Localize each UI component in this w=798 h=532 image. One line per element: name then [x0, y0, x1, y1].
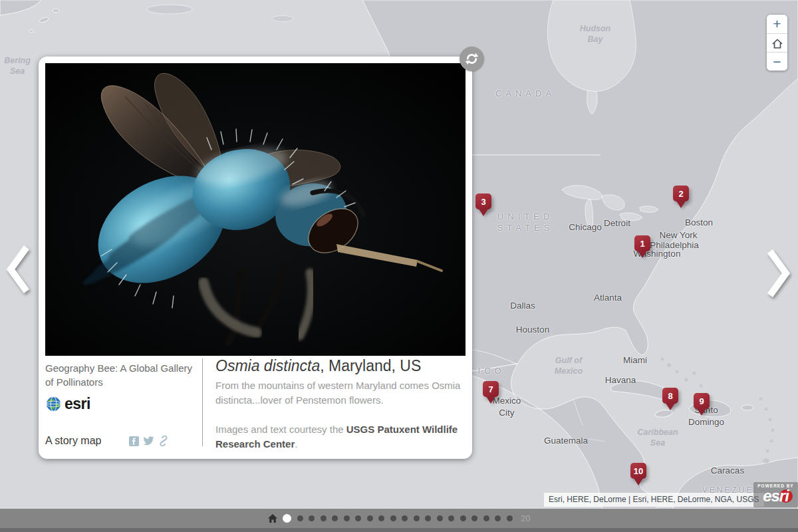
- map-marker-9[interactable]: 9: [694, 393, 710, 416]
- esri-globe-icon: [45, 396, 62, 412]
- pagination-dot-14[interactable]: [437, 515, 443, 521]
- pagination-dot-8[interactable]: [367, 515, 373, 521]
- home-icon: [771, 37, 784, 51]
- pagination-dot-5[interactable]: [332, 515, 338, 521]
- map-marker-tip: [697, 408, 706, 416]
- pagination-dot-11[interactable]: [402, 515, 408, 521]
- pagination-dot-6[interactable]: [344, 515, 350, 521]
- map-marker-8[interactable]: 8: [662, 388, 678, 410]
- esri-wordmark: esri: [65, 395, 90, 413]
- story-title[interactable]: Geography Bee: A Global Gallery of Polli…: [45, 361, 193, 389]
- map-marker-tip: [634, 478, 643, 485]
- pagination-dot-20[interactable]: [507, 515, 513, 521]
- pagination-dot-13[interactable]: [425, 515, 431, 521]
- pagination-home-button[interactable]: [268, 514, 277, 523]
- pagination-dot-4[interactable]: [321, 515, 327, 521]
- slide-image: [45, 63, 466, 356]
- pagination-dot-15[interactable]: [448, 515, 454, 521]
- slide-location: , Maryland, US: [320, 357, 421, 374]
- map-marker-2[interactable]: 2: [673, 186, 689, 208]
- map-marker-tip: [479, 209, 488, 216]
- share-twitter-button[interactable]: [143, 436, 154, 446]
- home-extent-button[interactable]: [767, 33, 787, 52]
- pagination-dot-3[interactable]: [309, 515, 315, 521]
- map-marker-label: 9: [694, 393, 710, 409]
- map-marker-10[interactable]: 10: [630, 463, 646, 485]
- chevron-left-icon: [4, 243, 32, 295]
- facebook-icon: [129, 436, 139, 446]
- refresh-icon: [464, 51, 480, 67]
- map-marker-tip: [676, 201, 686, 208]
- pagination-count: 20: [521, 513, 530, 523]
- credit-suffix: .: [295, 438, 297, 450]
- chevron-right-icon: [765, 247, 793, 299]
- slide-credit: Images and text courtesy the USGS Patuxe…: [215, 422, 466, 452]
- pagination-dot-12[interactable]: [414, 515, 420, 521]
- zoom-in-button[interactable]: +: [767, 15, 787, 33]
- map-marker-tip: [666, 403, 675, 410]
- map-marker-3[interactable]: 3: [475, 194, 491, 216]
- map-marker-1[interactable]: 1: [634, 235, 650, 258]
- story-card: Geography Bee: A Global Gallery of Polli…: [39, 57, 472, 459]
- pagination-bar-edge: [0, 528, 798, 532]
- map-marker-label: 2: [673, 186, 689, 201]
- credit-prefix: Images and text courtesy the: [215, 424, 346, 435]
- pagination-dot-2[interactable]: [297, 515, 303, 521]
- map-marker-tip: [638, 251, 647, 258]
- esri-logo-row[interactable]: esri: [45, 395, 193, 413]
- map-marker-label: 10: [630, 463, 646, 479]
- map-marker-label: 1: [634, 235, 650, 251]
- card-footer: Geography Bee: A Global Gallery of Polli…: [45, 356, 466, 451]
- pagination-bar: 20: [0, 509, 798, 532]
- prev-slide-button[interactable]: [4, 243, 32, 295]
- pagination-dots: [283, 514, 513, 523]
- map-marker-label: 8: [662, 388, 678, 404]
- bee-photo: [45, 63, 466, 356]
- map-marker-7[interactable]: 7: [483, 381, 499, 404]
- pagination-dot-1[interactable]: [283, 514, 291, 523]
- story-map-label: A story map: [45, 435, 101, 447]
- twitter-icon: [143, 436, 154, 446]
- refresh-button[interactable]: [460, 47, 484, 71]
- pagination-dot-7[interactable]: [355, 515, 361, 521]
- pagination-dot-19[interactable]: [495, 515, 501, 521]
- home-icon: [268, 514, 277, 523]
- next-slide-button[interactable]: [765, 247, 793, 299]
- zoom-out-button[interactable]: −: [767, 52, 787, 70]
- link-icon: [158, 436, 169, 446]
- share-link-button[interactable]: [158, 436, 169, 446]
- map-zoom-control: + −: [766, 14, 788, 71]
- map-marker-label: 3: [475, 194, 491, 209]
- pagination-dot-17[interactable]: [471, 515, 477, 521]
- card-divider: [202, 358, 203, 446]
- slide-description: From the mountains of western Maryland c…: [215, 378, 466, 408]
- map-marker-tip: [486, 396, 495, 404]
- pagination-dot-10[interactable]: [390, 515, 396, 521]
- map-attribution: Esri, HERE, DeLorme | Esri, HERE, DeLorm…: [544, 493, 764, 507]
- map-marker-label: 7: [483, 381, 499, 397]
- share-facebook-button[interactable]: [129, 436, 139, 446]
- species-name: Osmia distincta: [215, 357, 320, 374]
- pagination-dot-16[interactable]: [460, 515, 466, 521]
- slide-title: Osmia distincta, Maryland, US: [215, 356, 466, 376]
- pagination-dot-18[interactable]: [483, 515, 489, 521]
- esri-logo: esri: [753, 488, 798, 504]
- pagination-dot-9[interactable]: [378, 515, 384, 521]
- powered-by-esri-logo[interactable]: POWERED BY esri: [753, 482, 798, 507]
